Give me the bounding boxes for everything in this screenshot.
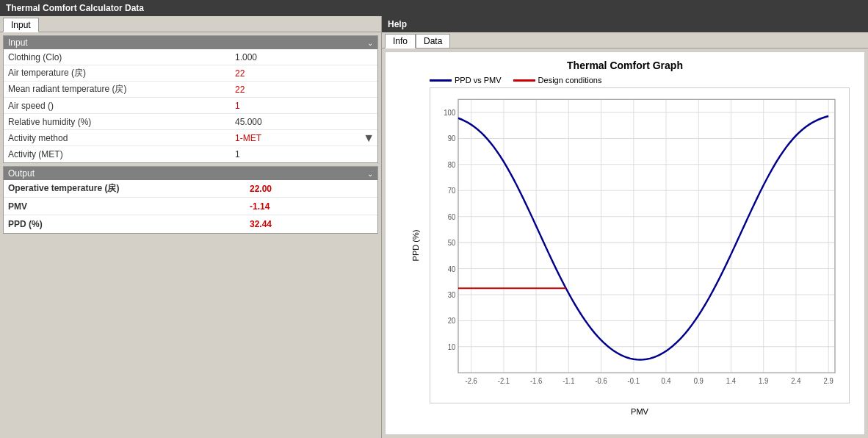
svg-text:-2.6: -2.6 xyxy=(466,376,478,384)
input-collapse-icon[interactable]: ⌄ xyxy=(367,39,373,47)
input-row-4: Relative humidity (%)45.000 xyxy=(4,114,377,130)
legend-ppd-label: PPD vs PMV xyxy=(455,76,502,85)
right-tabs: InfoData xyxy=(385,34,450,48)
svg-text:30: 30 xyxy=(448,291,456,299)
y-axis-label: PPD (%) xyxy=(411,230,420,262)
legend-design-line xyxy=(513,79,535,82)
graph-legend: PPD vs PMV Design conditions xyxy=(430,76,857,85)
input-row-3: Air speed ()1 xyxy=(4,98,377,114)
output-rows: Operative temperature (戻)22.00PMV-1.14PP… xyxy=(4,180,377,233)
svg-text:-1.6: -1.6 xyxy=(530,376,543,384)
svg-text:-0.1: -0.1 xyxy=(628,376,640,384)
input-value-0: 1.000 xyxy=(231,51,363,64)
svg-text:0.4: 0.4 xyxy=(661,376,671,384)
input-label-2: Mean radiant temperature (戻) xyxy=(4,82,231,97)
input-value-2: 22 xyxy=(231,83,363,96)
svg-text:-1.1: -1.1 xyxy=(563,376,574,384)
svg-rect-0 xyxy=(458,99,835,373)
left-tab-bar: Input xyxy=(0,16,381,32)
tab-data[interactable]: Data xyxy=(416,34,450,48)
svg-text:40: 40 xyxy=(448,265,456,273)
input-section-title: Input xyxy=(8,37,28,48)
svg-text:2.9: 2.9 xyxy=(824,376,834,384)
input-label-6: Activity (MET) xyxy=(4,148,231,161)
input-row-6: Activity (MET)1 xyxy=(4,146,377,162)
help-title-bar: Help xyxy=(382,16,868,32)
input-label-0: Clothing (Clo) xyxy=(4,51,231,64)
input-row-0: Clothing (Clo)1.000 xyxy=(4,49,377,65)
output-value-0: 22.00 xyxy=(245,182,377,195)
output-section: Output ⌄ Operative temperature (戻)22.00P… xyxy=(3,166,378,234)
legend-ppd-line xyxy=(430,79,452,82)
input-row-1: Air temperature (戻)22 xyxy=(4,65,377,82)
svg-text:10: 10 xyxy=(448,343,456,351)
output-label-0: Operative temperature (戻) xyxy=(4,181,245,196)
input-value-5[interactable]: 1-MET xyxy=(231,132,360,145)
output-label-1: PMV xyxy=(4,200,245,213)
input-value-3: 1 xyxy=(231,99,363,112)
dropdown-arrow-5[interactable]: ▼ xyxy=(363,132,375,145)
x-axis-label: PMV xyxy=(430,407,850,416)
legend-design-label: Design conditions xyxy=(538,76,602,85)
output-row-1: PMV-1.14 xyxy=(4,198,377,215)
input-label-3: Air speed () xyxy=(4,99,231,112)
svg-text:100: 100 xyxy=(444,109,455,117)
graph-area: Thermal Comfort Graph PPD vs PMV Design … xyxy=(385,51,865,435)
left-scroll-area: Input ⌄ Clothing (Clo)1.000Air temperatu… xyxy=(0,32,381,438)
chart-container: PPD (%) 102030405060708090100-2.6-2.1-1.… xyxy=(430,87,850,403)
input-value-4: 45.000 xyxy=(231,115,363,129)
output-row-2: PPD (%)32.44 xyxy=(4,215,377,233)
input-rows: Clothing (Clo)1.000Air temperature (戻)22… xyxy=(4,49,377,162)
svg-text:50: 50 xyxy=(448,239,456,247)
right-tab-bar: InfoData xyxy=(382,32,868,49)
input-row-2: Mean radiant temperature (戻)22 xyxy=(4,82,377,98)
svg-text:1.4: 1.4 xyxy=(726,376,737,384)
output-label-2: PPD (%) xyxy=(4,218,245,231)
graph-title: Thermal Comfort Graph xyxy=(393,60,857,71)
output-section-header: Output ⌄ xyxy=(4,167,377,180)
svg-text:-2.1: -2.1 xyxy=(498,376,510,384)
right-panel: Help InfoData Thermal Comfort Graph PPD … xyxy=(382,16,868,438)
input-value-6: 1 xyxy=(231,148,363,161)
svg-text:80: 80 xyxy=(448,161,456,169)
help-title: Help xyxy=(388,19,407,29)
svg-text:60: 60 xyxy=(448,212,456,220)
output-section-title: Output xyxy=(8,168,35,179)
left-panel: Input Input ⌄ Clothing (Clo)1.000Air tem… xyxy=(0,16,382,438)
svg-text:70: 70 xyxy=(448,187,456,195)
app-title: Thermal Comfort Calculator Data xyxy=(6,3,144,13)
svg-text:90: 90 xyxy=(448,134,456,143)
input-label-1: Air temperature (戻) xyxy=(4,65,231,81)
input-section-header: Input ⌄ xyxy=(4,36,377,49)
legend-design: Design conditions xyxy=(513,76,602,85)
svg-text:20: 20 xyxy=(448,317,456,325)
app-title-bar: Thermal Comfort Calculator Data xyxy=(0,0,868,16)
input-label-5: Activity method xyxy=(4,132,231,145)
legend-ppd-pmv: PPD vs PMV xyxy=(430,76,502,85)
tab-input[interactable]: Input xyxy=(3,18,39,32)
output-collapse-icon[interactable]: ⌄ xyxy=(367,170,373,178)
svg-text:2.4: 2.4 xyxy=(791,376,801,384)
input-section: Input ⌄ Clothing (Clo)1.000Air temperatu… xyxy=(3,35,378,163)
svg-text:1.9: 1.9 xyxy=(759,376,769,384)
thermal-chart: 102030405060708090100-2.6-2.1-1.6-1.1-0.… xyxy=(430,87,850,403)
output-value-1: -1.14 xyxy=(245,200,377,213)
input-label-4: Relative humidity (%) xyxy=(4,115,231,129)
input-value-1: 22 xyxy=(231,67,363,80)
svg-text:-0.6: -0.6 xyxy=(595,376,607,384)
input-row-5: Activity method1-MET▼ xyxy=(4,130,377,146)
output-row-0: Operative temperature (戻)22.00 xyxy=(4,180,377,198)
output-value-2: 32.44 xyxy=(245,218,377,231)
tab-info[interactable]: Info xyxy=(385,34,416,49)
svg-text:0.9: 0.9 xyxy=(694,376,704,384)
